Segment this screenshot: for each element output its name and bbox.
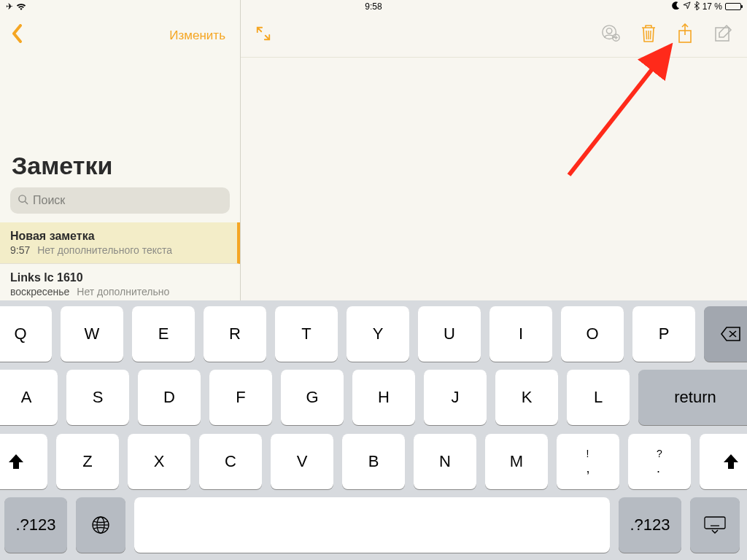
back-button[interactable]	[12, 24, 23, 46]
key-x[interactable]: X	[128, 434, 190, 489]
key-return[interactable]: return	[638, 370, 747, 425]
key-backspace[interactable]	[704, 306, 747, 362]
edit-button[interactable]: Изменить	[169, 28, 225, 43]
hide-keyboard-icon	[703, 516, 727, 534]
key-t[interactable]: T	[275, 306, 338, 362]
key-c[interactable]: C	[199, 434, 262, 489]
status-time: 9:58	[365, 1, 382, 12]
key-shift-left[interactable]	[0, 434, 47, 489]
sidebar-title: Заметки	[0, 152, 240, 187]
editor-toolbar	[241, 13, 747, 57]
shift-icon	[7, 453, 25, 470]
key-w[interactable]: W	[61, 306, 123, 362]
key-u[interactable]: U	[418, 306, 481, 362]
expand-icon	[255, 26, 271, 42]
key-sub-question: ?	[657, 448, 662, 459]
key-z[interactable]: Z	[56, 434, 119, 489]
note-title: Новая заметка	[10, 230, 227, 243]
key-period[interactable]: ? .	[628, 434, 691, 489]
note-title: Links lc 1610	[10, 271, 230, 284]
key-globe[interactable]	[76, 497, 125, 553]
key-space[interactable]	[134, 497, 610, 553]
key-p[interactable]: P	[632, 306, 695, 362]
key-i[interactable]: I	[489, 306, 552, 362]
do-not-disturb-icon	[672, 1, 680, 12]
airplane-mode-icon: ✈	[6, 1, 13, 12]
status-bar: ✈ 9:58 17 %	[0, 0, 747, 13]
kb-row-2: A S D F G H J K L return	[4, 370, 743, 425]
svg-point-3	[606, 28, 611, 34]
key-e[interactable]: E	[132, 306, 195, 362]
battery-icon	[725, 3, 741, 10]
search-placeholder: Поиск	[33, 194, 65, 207]
key-v[interactable]: V	[271, 434, 333, 489]
svg-line-9	[651, 31, 651, 39]
key-m[interactable]: M	[485, 434, 548, 489]
key-n[interactable]: N	[414, 434, 476, 489]
chevron-left-icon	[12, 24, 23, 43]
key-modes-right[interactable]: .?123	[619, 497, 681, 553]
svg-rect-19	[705, 517, 725, 529]
note-item[interactable]: Новая заметка 9:57 Нет дополнительного т…	[0, 222, 240, 264]
battery-percent: 17 %	[703, 1, 722, 12]
wifi-icon	[16, 3, 26, 11]
sidebar-toolbar: Изменить	[0, 13, 240, 57]
key-sub-comma: ,	[586, 462, 589, 475]
compose-button[interactable]	[713, 24, 732, 46]
key-l[interactable]: L	[567, 370, 630, 425]
svg-point-0	[19, 195, 26, 201]
note-time: 9:57	[10, 244, 30, 256]
backspace-icon	[720, 326, 742, 342]
key-b[interactable]: B	[342, 434, 405, 489]
location-icon	[683, 1, 691, 12]
share-button[interactable]	[677, 23, 693, 47]
shift-icon	[722, 453, 740, 470]
key-o[interactable]: O	[561, 306, 624, 362]
key-g[interactable]: G	[281, 370, 344, 425]
key-shift-right[interactable]	[700, 434, 747, 489]
notes-list: Новая заметка 9:57 Нет дополнительного т…	[0, 222, 240, 306]
person-add-icon	[601, 24, 620, 43]
key-hide-keyboard[interactable]	[690, 497, 740, 553]
key-h[interactable]: H	[352, 370, 415, 425]
kb-row-3: Z X C V B N M ! , ? .	[4, 434, 743, 489]
app-root: ✈ 9:58 17 %	[0, 0, 747, 560]
key-s[interactable]: S	[66, 370, 129, 425]
virtual-keyboard: Q W E R T Y U I O P A S D F G H	[0, 300, 747, 560]
key-comma[interactable]: ! ,	[557, 434, 619, 489]
key-sub-period: .	[657, 462, 662, 475]
key-sub-exclaim: !	[586, 448, 589, 459]
svg-line-7	[646, 31, 647, 39]
compose-icon	[713, 24, 732, 43]
key-y[interactable]: Y	[347, 306, 409, 362]
key-f[interactable]: F	[209, 370, 272, 425]
share-icon	[677, 23, 693, 44]
svg-line-1	[25, 201, 28, 204]
note-snippet: Нет дополнительного текста	[37, 244, 172, 256]
trash-icon	[640, 24, 657, 43]
note-time: воскресенье	[10, 286, 69, 298]
key-a[interactable]: A	[0, 370, 58, 425]
key-q[interactable]: Q	[0, 306, 52, 362]
search-icon	[18, 194, 28, 208]
note-item[interactable]: Links lc 1610 воскресенье Нет дополнител…	[0, 264, 240, 306]
search-input[interactable]: Поиск	[10, 187, 230, 214]
delete-button[interactable]	[640, 24, 657, 46]
note-snippet: Нет дополнительно	[77, 286, 169, 298]
kb-row-4: .?123 .?123	[4, 497, 743, 553]
key-d[interactable]: D	[138, 370, 201, 425]
key-modes-left[interactable]: .?123	[4, 497, 67, 553]
expand-button[interactable]	[255, 31, 271, 44]
key-k[interactable]: K	[495, 370, 558, 425]
bluetooth-icon	[694, 1, 700, 12]
key-r[interactable]: R	[204, 306, 266, 362]
add-people-button[interactable]	[601, 24, 620, 46]
globe-icon	[91, 516, 110, 534]
key-j[interactable]: J	[424, 370, 487, 425]
kb-row-1: Q W E R T Y U I O P	[4, 306, 743, 362]
